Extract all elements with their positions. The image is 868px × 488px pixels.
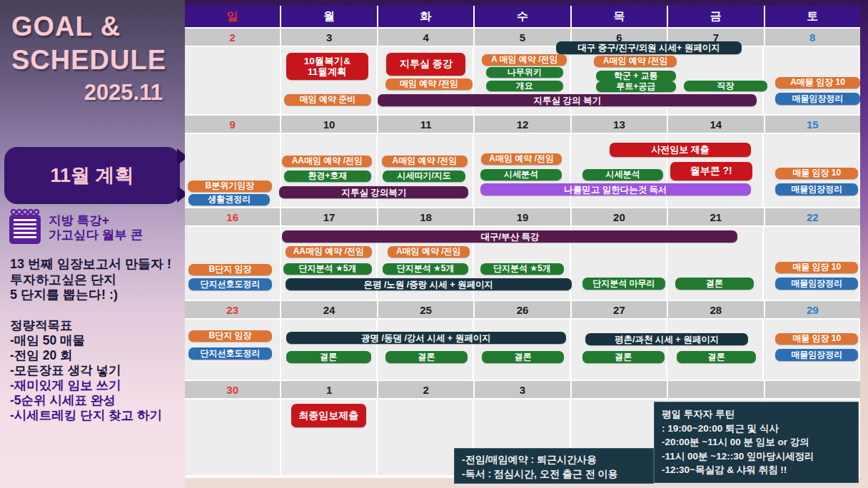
- event-pill: 시세따기/지도: [383, 171, 465, 182]
- event-pill: 단지분석 ★5개: [480, 263, 565, 275]
- event-bar: 평촌/과천 시세 + 원페이지: [585, 333, 748, 345]
- event-pill: 매물 임장 10: [775, 168, 858, 179]
- day-header: 수: [475, 6, 570, 27]
- week-1-date-row: 2345678: [185, 29, 860, 46]
- date-cell: 10: [281, 116, 376, 133]
- event-pill: 개요: [486, 81, 563, 91]
- tip-note-box: -전임/매임예약 : 퇴근시간사용 -독서 : 점심시간, 오전 출근 전 이용: [454, 448, 654, 484]
- event-pill: 결론: [675, 278, 755, 290]
- week-5-date-row: 30123: [185, 381, 860, 398]
- event-pill: 매물 임장 10: [775, 333, 858, 345]
- date-cell: 18: [378, 208, 473, 225]
- date-cell: 21: [668, 208, 763, 225]
- title-line2: SCHEDULE: [11, 44, 166, 77]
- event-pill: A 매임 예약 /전임: [482, 54, 567, 66]
- event-bar: 대구/부산 특강: [282, 230, 737, 243]
- event-pill: 매물임장정리: [775, 349, 858, 361]
- event-pill: 단지분석 ★5개: [283, 263, 372, 275]
- event-bar: 은평 /노원 /중랑 시세 + 원페이지: [286, 278, 572, 290]
- week-3-date-row: 16171819202122: [185, 208, 860, 225]
- date-cell: 19: [475, 208, 570, 225]
- event-pill: 생활권정리: [188, 194, 270, 205]
- day-header: 금: [668, 6, 763, 27]
- date-cell: 17: [281, 208, 376, 225]
- date-cell: 30: [185, 381, 280, 398]
- event-pill: 지투실 종강: [386, 53, 465, 76]
- date-cell: 28: [668, 301, 763, 318]
- event-pill: 최종임보제출: [291, 404, 366, 427]
- event-pill: 환경+호재: [284, 171, 371, 182]
- date-cell: 11: [378, 116, 473, 133]
- date-cell: 22: [765, 208, 860, 225]
- date-cell: 2: [185, 29, 280, 46]
- day-header: 월: [281, 6, 376, 27]
- event-pill: 매물임장정리: [775, 183, 858, 195]
- date-cell: 12: [475, 116, 570, 133]
- week-1-events: 대구 중구/진구/외원 시세+ 원페이지10월복기& 11월계획지투실 종강A …: [185, 47, 860, 114]
- mission-text: 13 번째 임장보고서 만들자 ! 투자하고싶은 단지 5 단지를 뽑는다! :…: [10, 257, 171, 303]
- date-cell: 16: [185, 208, 280, 225]
- date-cell: 9: [185, 116, 280, 133]
- day-header: 목: [572, 6, 667, 27]
- day-header: 일: [185, 6, 280, 27]
- event-pill: AA매임 예약 /전임: [286, 246, 373, 258]
- week-3-events: 대구/부산 특강AA매임 예약 /전임A매임 예약 /전임B단지 임장단지분석 …: [185, 227, 860, 300]
- event-bar: 지투실 강의복기: [279, 186, 468, 198]
- event-pill: B단지 임장: [188, 330, 271, 342]
- date-cell: 4: [378, 29, 473, 46]
- date-cell: 25: [378, 301, 473, 318]
- date-cell: 23: [185, 301, 280, 318]
- event-pill: 매물 임장 10: [775, 262, 858, 273]
- event-pill: 단지선호도정리: [188, 347, 271, 360]
- goals-title: 정량적목표: [10, 318, 162, 333]
- month-plan-banner: 11월 계획: [4, 147, 180, 204]
- goals-purple-lines: -재미있게 임보 쓰기 -5순위 시세표 완성 -시세트레킹 단지 찾고 하기: [10, 378, 162, 423]
- event-pill: 매임 예약 /전임: [385, 78, 473, 90]
- date-cell: 2: [378, 381, 473, 398]
- event-pill: 매물임장정리: [775, 278, 858, 290]
- weekday-routine-box: 평일 투자자 루틴 : 19:00~20:00 퇴근 및 식사 -20:00분 …: [654, 402, 859, 483]
- event-pill: 월부콘 ?!: [670, 162, 752, 181]
- event-pill: 루트+공급: [596, 81, 676, 92]
- date-cell: 26: [475, 301, 570, 318]
- date-cell: 1: [281, 381, 376, 398]
- event-pill: 결론: [677, 351, 756, 363]
- event-pill: 결론: [286, 351, 371, 363]
- week-4-date-row: 23242526272829: [185, 301, 860, 318]
- calendar-header-row: 일월화수목금토: [185, 6, 860, 27]
- event-pill: 단지선호도정리: [188, 278, 271, 290]
- event-pill: 결론: [582, 351, 665, 363]
- event-pill: 결론: [385, 351, 468, 363]
- highlight-text: 지방 특강+ 가고싶다 월부 콘: [49, 214, 143, 242]
- event-pill: 나무위키: [486, 67, 563, 78]
- date-cell: 29: [765, 301, 860, 318]
- date-cell: 8: [765, 29, 860, 46]
- highlight-row: 지방 특강+ 가고싶다 월부 콘: [9, 208, 143, 248]
- date-cell: 24: [281, 301, 376, 318]
- event-pill: 결론: [482, 351, 564, 363]
- event-pill: 10월복기& 11월계획: [286, 53, 368, 80]
- event-bar: 나를믿고 일한다는것 독서: [480, 183, 752, 195]
- date-cell: [572, 381, 667, 398]
- event-pill: A매물 임장 10: [775, 77, 860, 88]
- day-header: 화: [378, 6, 473, 27]
- event-pill: A매임 예약 /전임: [388, 246, 470, 258]
- week-4-events: B단지 임장광명 /동댐 /강서 시세 + 원페이지평촌/과천 시세 + 원페이…: [185, 320, 860, 380]
- event-bar: 광명 /동댐 /강서 시세 + 원페이지: [286, 332, 566, 344]
- date-cell: 5: [475, 29, 570, 46]
- event-pill: 매물임장정리: [775, 93, 860, 105]
- event-pill: B분위기임장: [188, 181, 272, 192]
- event-bar: 사전임보 제출: [610, 143, 752, 157]
- event-pill: 학군 + 교통: [596, 71, 676, 81]
- event-pill: 매임 예약 준비: [284, 94, 371, 106]
- event-pill: A매임 예약 /전임: [594, 56, 677, 67]
- week-2-events: 사전임보 제출AA매임 예약 /전임A매임 예약 /전임A매임 예약 /전임월부…: [185, 134, 860, 207]
- date-cell: 27: [572, 301, 667, 318]
- event-pill: 단지분석 ★5개: [383, 263, 468, 275]
- event-pill: 단지분석 마무리: [582, 278, 665, 290]
- event-pill: AA매임 예약 /전임: [282, 156, 372, 167]
- title-line1: GOAL &: [11, 10, 166, 44]
- page-title: GOAL & SCHEDULE: [11, 10, 166, 77]
- event-pill: B단지 임장: [188, 264, 271, 275]
- event-pill: 직장: [684, 81, 768, 91]
